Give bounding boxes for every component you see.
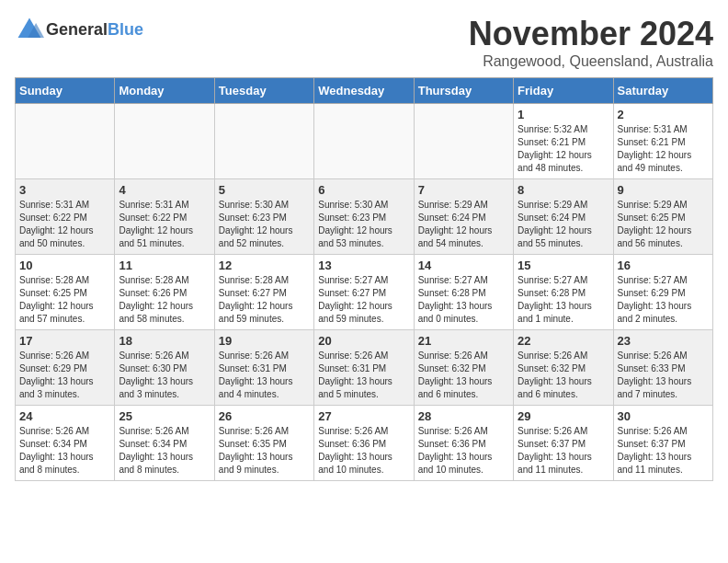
- day-number: 2: [618, 108, 709, 121]
- day-number: 1: [518, 108, 609, 121]
- day-number: 15: [518, 259, 609, 272]
- calendar-cell: 5Sunrise: 5:30 AM Sunset: 6:23 PM Daylig…: [214, 179, 313, 255]
- calendar-cell: 6Sunrise: 5:30 AM Sunset: 6:23 PM Daylig…: [314, 179, 414, 255]
- weekday-header-sunday: Sunday: [16, 78, 115, 104]
- day-info: Sunrise: 5:31 AM Sunset: 6:22 PM Dayligh…: [119, 199, 210, 250]
- day-info: Sunrise: 5:26 AM Sunset: 6:32 PM Dayligh…: [518, 350, 609, 401]
- calendar-cell: 15Sunrise: 5:27 AM Sunset: 6:28 PM Dayli…: [514, 255, 613, 330]
- day-info: Sunrise: 5:31 AM Sunset: 6:21 PM Dayligh…: [618, 123, 709, 175]
- day-info: Sunrise: 5:28 AM Sunset: 6:26 PM Dayligh…: [119, 274, 210, 326]
- day-info: Sunrise: 5:26 AM Sunset: 6:31 PM Dayligh…: [318, 350, 409, 401]
- calendar-cell: 23Sunrise: 5:26 AM Sunset: 6:33 PM Dayli…: [613, 330, 712, 406]
- calendar-cell: 13Sunrise: 5:27 AM Sunset: 6:27 PM Dayli…: [314, 255, 414, 330]
- day-info: Sunrise: 5:29 AM Sunset: 6:25 PM Dayligh…: [618, 199, 709, 250]
- day-number: 10: [19, 259, 110, 272]
- day-number: 19: [219, 334, 310, 348]
- day-number: 11: [119, 259, 210, 272]
- calendar-cell: 30Sunrise: 5:26 AM Sunset: 6:37 PM Dayli…: [613, 406, 712, 481]
- logo-icon: [15, 15, 44, 44]
- day-info: Sunrise: 5:27 AM Sunset: 6:28 PM Dayligh…: [518, 274, 609, 326]
- calendar-cell: 7Sunrise: 5:29 AM Sunset: 6:24 PM Daylig…: [414, 179, 513, 255]
- day-info: Sunrise: 5:30 AM Sunset: 6:23 PM Dayligh…: [219, 199, 310, 250]
- calendar-cell: [16, 104, 115, 179]
- day-number: 18: [119, 334, 210, 348]
- day-info: Sunrise: 5:26 AM Sunset: 6:30 PM Dayligh…: [119, 350, 210, 401]
- header: GeneralBlue November 2024 Rangewood, Que…: [15, 15, 713, 70]
- weekday-header-thursday: Thursday: [414, 78, 513, 104]
- day-number: 25: [119, 409, 210, 423]
- calendar-cell: 20Sunrise: 5:26 AM Sunset: 6:31 PM Dayli…: [314, 330, 414, 406]
- calendar-cell: 16Sunrise: 5:27 AM Sunset: 6:29 PM Dayli…: [613, 255, 712, 330]
- logo-blue-text: Blue: [108, 20, 143, 39]
- day-number: 22: [518, 334, 609, 348]
- calendar-cell: 25Sunrise: 5:26 AM Sunset: 6:34 PM Dayli…: [115, 406, 214, 481]
- weekday-header-monday: Monday: [115, 78, 214, 104]
- calendar-cell: 3Sunrise: 5:31 AM Sunset: 6:22 PM Daylig…: [16, 179, 115, 255]
- calendar-cell: 1Sunrise: 5:32 AM Sunset: 6:21 PM Daylig…: [514, 104, 613, 179]
- title-area: November 2024 Rangewood, Queensland, Aus…: [469, 15, 713, 70]
- day-number: 21: [418, 334, 509, 348]
- day-number: 14: [418, 259, 509, 272]
- calendar-cell: [414, 104, 513, 179]
- day-number: 26: [219, 409, 310, 423]
- day-number: 6: [318, 183, 409, 197]
- day-info: Sunrise: 5:28 AM Sunset: 6:25 PM Dayligh…: [19, 274, 110, 326]
- day-number: 17: [19, 334, 110, 348]
- day-info: Sunrise: 5:31 AM Sunset: 6:22 PM Dayligh…: [19, 199, 110, 250]
- calendar-table: SundayMondayTuesdayWednesdayThursdayFrid…: [15, 77, 713, 481]
- day-number: 28: [418, 409, 509, 423]
- day-number: 30: [618, 409, 709, 423]
- calendar-cell: 22Sunrise: 5:26 AM Sunset: 6:32 PM Dayli…: [514, 330, 613, 406]
- day-info: Sunrise: 5:26 AM Sunset: 6:34 PM Dayligh…: [19, 425, 110, 477]
- calendar-cell: [214, 104, 313, 179]
- weekday-header-tuesday: Tuesday: [214, 78, 313, 104]
- weekday-header-friday: Friday: [514, 78, 613, 104]
- day-number: 20: [318, 334, 409, 348]
- day-number: 29: [518, 409, 609, 423]
- day-info: Sunrise: 5:26 AM Sunset: 6:29 PM Dayligh…: [19, 350, 110, 401]
- calendar-cell: 8Sunrise: 5:29 AM Sunset: 6:24 PM Daylig…: [514, 179, 613, 255]
- calendar-cell: 26Sunrise: 5:26 AM Sunset: 6:35 PM Dayli…: [214, 406, 313, 481]
- day-number: 7: [418, 183, 509, 197]
- logo: GeneralBlue: [15, 15, 143, 44]
- day-info: Sunrise: 5:26 AM Sunset: 6:34 PM Dayligh…: [119, 425, 210, 477]
- day-number: 5: [219, 183, 310, 197]
- month-title: November 2024: [469, 15, 713, 53]
- weekday-header-wednesday: Wednesday: [314, 78, 414, 104]
- calendar-cell: 17Sunrise: 5:26 AM Sunset: 6:29 PM Dayli…: [16, 330, 115, 406]
- day-number: 9: [618, 183, 709, 197]
- day-info: Sunrise: 5:32 AM Sunset: 6:21 PM Dayligh…: [518, 123, 609, 175]
- calendar-cell: 4Sunrise: 5:31 AM Sunset: 6:22 PM Daylig…: [115, 179, 214, 255]
- calendar-cell: 12Sunrise: 5:28 AM Sunset: 6:27 PM Dayli…: [214, 255, 313, 330]
- calendar-cell: 9Sunrise: 5:29 AM Sunset: 6:25 PM Daylig…: [613, 179, 712, 255]
- day-info: Sunrise: 5:26 AM Sunset: 6:32 PM Dayligh…: [418, 350, 509, 401]
- day-number: 3: [19, 183, 110, 197]
- calendar-cell: 2Sunrise: 5:31 AM Sunset: 6:21 PM Daylig…: [613, 104, 712, 179]
- day-info: Sunrise: 5:29 AM Sunset: 6:24 PM Dayligh…: [518, 199, 609, 250]
- day-number: 13: [318, 259, 409, 272]
- calendar-cell: 10Sunrise: 5:28 AM Sunset: 6:25 PM Dayli…: [16, 255, 115, 330]
- calendar-cell: 28Sunrise: 5:26 AM Sunset: 6:36 PM Dayli…: [414, 406, 513, 481]
- day-number: 24: [19, 409, 110, 423]
- calendar-cell: [115, 104, 214, 179]
- day-info: Sunrise: 5:27 AM Sunset: 6:28 PM Dayligh…: [418, 274, 509, 326]
- logo-general-text: General: [46, 20, 108, 39]
- day-info: Sunrise: 5:28 AM Sunset: 6:27 PM Dayligh…: [219, 274, 310, 326]
- calendar-cell: 29Sunrise: 5:26 AM Sunset: 6:37 PM Dayli…: [514, 406, 613, 481]
- day-info: Sunrise: 5:26 AM Sunset: 6:31 PM Dayligh…: [219, 350, 310, 401]
- day-number: 27: [318, 409, 409, 423]
- day-info: Sunrise: 5:30 AM Sunset: 6:23 PM Dayligh…: [318, 199, 409, 250]
- day-info: Sunrise: 5:26 AM Sunset: 6:37 PM Dayligh…: [618, 425, 709, 477]
- calendar-cell: 18Sunrise: 5:26 AM Sunset: 6:30 PM Dayli…: [115, 330, 214, 406]
- day-number: 16: [618, 259, 709, 272]
- location-title: Rangewood, Queensland, Australia: [469, 53, 713, 70]
- day-info: Sunrise: 5:27 AM Sunset: 6:27 PM Dayligh…: [318, 274, 409, 326]
- calendar-cell: 14Sunrise: 5:27 AM Sunset: 6:28 PM Dayli…: [414, 255, 513, 330]
- calendar-cell: 27Sunrise: 5:26 AM Sunset: 6:36 PM Dayli…: [314, 406, 414, 481]
- day-info: Sunrise: 5:26 AM Sunset: 6:36 PM Dayligh…: [318, 425, 409, 477]
- day-info: Sunrise: 5:26 AM Sunset: 6:35 PM Dayligh…: [219, 425, 310, 477]
- day-number: 4: [119, 183, 210, 197]
- day-info: Sunrise: 5:29 AM Sunset: 6:24 PM Dayligh…: [418, 199, 509, 250]
- day-info: Sunrise: 5:26 AM Sunset: 6:33 PM Dayligh…: [618, 350, 709, 401]
- day-number: 23: [618, 334, 709, 348]
